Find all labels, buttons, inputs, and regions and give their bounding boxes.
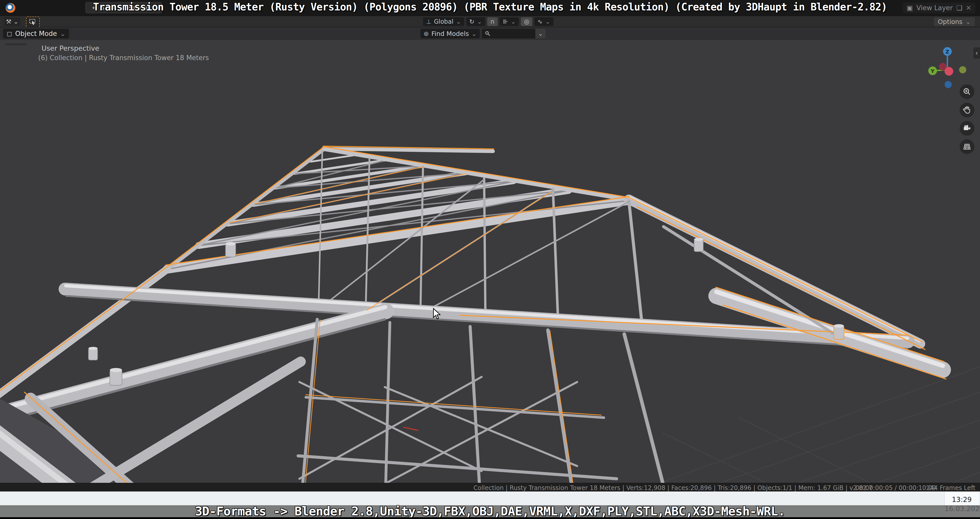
search-input[interactable] [491, 30, 527, 37]
object-mode-icon: ◻ [6, 30, 12, 37]
active-tool-button[interactable] [26, 17, 40, 28]
frames-left: 244 Frames Left [926, 484, 976, 492]
svg-text:Z: Z [946, 49, 950, 55]
viewport-3d[interactable]: User Perspective (6) Collection | Rusty … [0, 40, 980, 483]
taskbar-icons [0, 492, 980, 492]
viewport-toolbar [5, 43, 27, 45]
clock-time: 13:29 [945, 495, 979, 504]
active-object-label: (6) Collection | Rusty Transmission Towe… [38, 54, 209, 62]
view-layer-selector[interactable]: ▣ View Layer ❏ ✕ [902, 3, 975, 13]
orientation-dropdown[interactable]: ⊥ Global⌄ [423, 17, 464, 26]
gizmo-neg-y-icon [959, 66, 966, 73]
zoom-button[interactable] [959, 84, 974, 99]
blender-window: User Perspective (6) Collection | Rusty … [0, 0, 980, 519]
close-icon[interactable]: ✕ [966, 4, 971, 12]
sidebar-toggle[interactable]: ‹ [974, 48, 980, 59]
mode-dropdown[interactable]: ◻ Object Mode ⌄ [3, 29, 69, 38]
falloff-dropdown[interactable]: ∿ ⌄ [535, 17, 553, 26]
mouse-cursor [432, 308, 442, 322]
globe-icon: ⊕ [423, 30, 429, 37]
gizmo-neg-z-icon [945, 81, 952, 88]
scene-stats: Collection | Rusty Transmission Tower 18… [473, 484, 872, 492]
floor-grid [561, 367, 980, 483]
search-field[interactable]: 🔍︎ [482, 29, 535, 38]
ortho-toggle-button[interactable] [959, 139, 974, 154]
search-icon: 🔍︎ [484, 30, 491, 37]
view-perspective-label: User Perspective [41, 44, 99, 52]
options-dropdown[interactable]: Options⌄ [934, 17, 975, 26]
blender-logo-icon[interactable] [6, 3, 15, 13]
find-models-dropdown[interactable]: ⊕ Find Models⌄ [420, 29, 480, 38]
view-layer-label: View Layer [916, 4, 953, 12]
viewport-canvas[interactable] [0, 40, 980, 483]
search-dropdown[interactable]: ⌄ [535, 29, 546, 38]
gizmo-x-icon [945, 67, 953, 76]
transform-settings: ⊥ Global⌄ ↻ ⌄ ∩ ⊪ ⌄ ◎ ∿ ⌄ [423, 17, 554, 26]
proportional-edit-toggle[interactable]: ◎ [521, 17, 532, 26]
tower-model [0, 146, 946, 483]
status-bar: Collection | Rusty Transmission Tower 18… [0, 483, 980, 492]
svg-text:Y: Y [931, 68, 935, 74]
pan-button[interactable] [959, 103, 974, 117]
camera-view-button[interactable] [959, 121, 974, 136]
navigation-gizmo[interactable]: Z Y [923, 43, 971, 92]
axes-icon: ⊥ [426, 18, 431, 25]
video-overlay-footer: 3D-Formats -> Blender 2.8,Unity-3D,FBX,O… [0, 505, 980, 517]
editor-type-dropdown[interactable]: ⚒ ⌄ [4, 17, 21, 26]
snap-dropdown[interactable]: ⊪ ⌄ [500, 17, 519, 26]
pivot-point-dropdown[interactable]: ↻ ⌄ [466, 17, 485, 26]
bottom-edge [0, 517, 980, 519]
timecode: 00:00:00:05 / 00:00:10:09 [855, 484, 936, 492]
asset-search-group: ⊕ Find Models⌄ 🔍︎ ⌄ [420, 29, 546, 38]
tool-settings-bar: ⚒ ⌄ ⊥ Global⌄ ↻ ⌄ ∩ ⊪ ⌄ ◎ ∿ ⌄ Options⌄ [0, 16, 980, 27]
viewport-header: ◻ Object Mode ⌄ ⊕ Find Models⌄ 🔍︎ ⌄ [0, 27, 980, 40]
copy-icon[interactable]: ❏ [956, 4, 962, 12]
video-overlay-title: Transmission Tower 18.5 Meter (Rusty Ver… [93, 1, 887, 13]
snap-toggle[interactable]: ∩ [487, 17, 498, 26]
view-layer-icon: ▣ [907, 4, 913, 12]
